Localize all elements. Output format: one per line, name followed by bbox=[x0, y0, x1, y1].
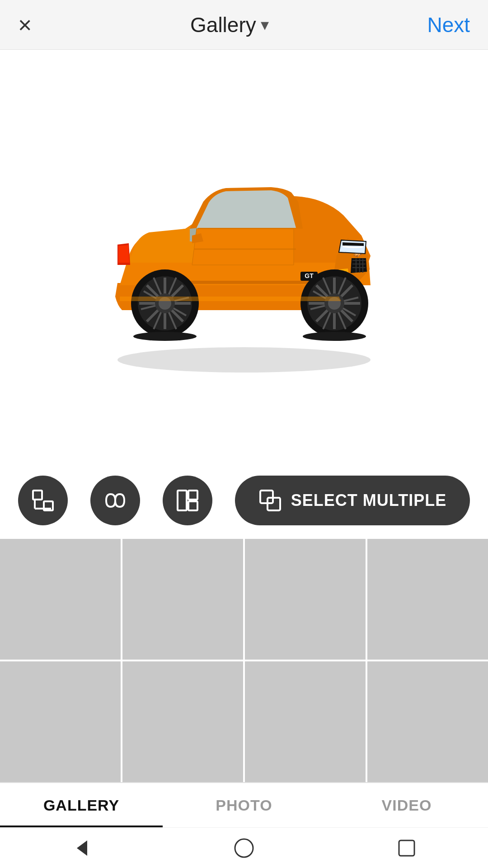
svg-rect-41 bbox=[178, 491, 187, 510]
recents-nav-button[interactable] bbox=[391, 832, 422, 864]
layout-icon bbox=[175, 488, 200, 513]
system-nav-bar bbox=[0, 827, 488, 868]
selected-image-preview: 🐎 GT bbox=[68, 129, 420, 382]
preview-area: 🐎 GT bbox=[0, 50, 488, 462]
gallery-title: Gallery bbox=[190, 13, 256, 37]
svg-rect-42 bbox=[188, 491, 197, 500]
grid-item[interactable] bbox=[122, 539, 243, 660]
car-svg: 🐎 GT bbox=[68, 129, 420, 382]
grid-item[interactable] bbox=[122, 661, 243, 782]
grid-item[interactable] bbox=[367, 539, 488, 660]
grid-item[interactable] bbox=[0, 539, 121, 660]
boomerang-tool-button[interactable] bbox=[90, 476, 140, 525]
svg-rect-48 bbox=[399, 840, 414, 856]
crop-icon bbox=[30, 488, 56, 513]
back-nav-button[interactable] bbox=[66, 832, 97, 864]
next-button[interactable]: Next bbox=[427, 13, 470, 37]
close-button[interactable]: × bbox=[18, 13, 32, 37]
svg-point-35 bbox=[303, 332, 366, 341]
grid-item[interactable] bbox=[245, 539, 366, 660]
grid-item[interactable] bbox=[0, 661, 121, 782]
back-icon bbox=[70, 837, 93, 859]
tab-gallery[interactable]: GALLERY bbox=[0, 783, 163, 827]
svg-rect-37 bbox=[33, 491, 42, 500]
svg-marker-46 bbox=[77, 840, 87, 856]
svg-point-36 bbox=[133, 332, 197, 341]
home-icon bbox=[233, 837, 255, 859]
chevron-down-icon: ▾ bbox=[261, 15, 269, 34]
header-title-container[interactable]: Gallery ▾ bbox=[190, 13, 269, 37]
bottom-tabs: GALLERY PHOTO VIDEO bbox=[0, 782, 488, 827]
tab-video[interactable]: VIDEO bbox=[325, 783, 488, 827]
select-multiple-button[interactable]: SELECT MULTIPLE bbox=[235, 476, 470, 525]
home-nav-button[interactable] bbox=[228, 832, 260, 864]
toolbar: SELECT MULTIPLE bbox=[0, 462, 488, 539]
tab-photo[interactable]: PHOTO bbox=[163, 783, 325, 827]
grid-item[interactable] bbox=[367, 661, 488, 782]
svg-rect-43 bbox=[188, 501, 197, 510]
infinity-icon bbox=[103, 488, 128, 513]
select-multiple-icon bbox=[258, 489, 282, 512]
svg-point-0 bbox=[117, 347, 371, 373]
layout-tool-button[interactable] bbox=[163, 476, 212, 525]
select-multiple-label: SELECT MULTIPLE bbox=[291, 491, 446, 510]
recents-icon bbox=[395, 837, 418, 859]
crop-tool-button[interactable] bbox=[18, 476, 68, 525]
svg-point-47 bbox=[235, 839, 253, 857]
header: × Gallery ▾ Next bbox=[0, 0, 488, 50]
photo-grid bbox=[0, 539, 488, 782]
grid-item[interactable] bbox=[245, 661, 366, 782]
